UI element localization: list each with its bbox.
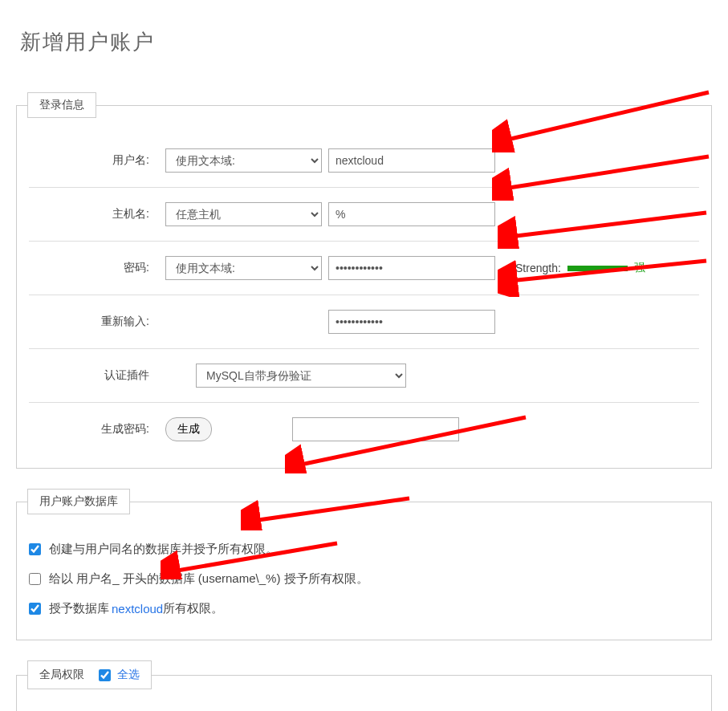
auth-row: 认证插件 MySQL自带身份验证 (29, 349, 699, 403)
global-privileges-fieldset: 全局权限 全选 注意： MySQL 权限名称会以英文显示。 数据 SELECT … (16, 660, 712, 711)
username-row: 用户名: 使用文本域: (29, 134, 699, 188)
login-info-fieldset: 登录信息 用户名: 使用文本域: 主机名: 任意主机 密码: 使用文本域: St… (16, 92, 712, 469)
db-option-wildcard[interactable]: 给以 用户名_ 开头的数据库 (username\_%) 授予所有权限。 (29, 564, 699, 594)
password-label: 密码: (33, 261, 165, 275)
db-grant-prefix: 授予数据库 (49, 601, 109, 616)
auth-label: 认证插件 (33, 368, 165, 383)
select-all-link[interactable]: 全选 (117, 668, 140, 682)
retype-row: 重新输入: (29, 295, 699, 349)
strength-text: 强 (634, 261, 645, 275)
generate-row: 生成密码: 生成 (29, 403, 699, 456)
username-mode-select[interactable]: 使用文本域: (165, 148, 322, 173)
strength-bar (567, 266, 628, 271)
strength-label: Strength: (515, 262, 561, 274)
retype-input[interactable] (328, 310, 495, 334)
generate-label: 生成密码: (33, 422, 165, 437)
generated-password-input[interactable] (292, 417, 459, 441)
db-grant-link[interactable]: nextcloud (112, 602, 163, 616)
db-option-create-same[interactable]: 创建与用户同名的数据库并授予所有权限。 (29, 534, 699, 564)
db-wildcard-checkbox[interactable] (29, 573, 41, 585)
hostname-label: 主机名: (33, 207, 165, 221)
password-mode-select[interactable]: 使用文本域: (165, 256, 322, 280)
db-grant-checkbox[interactable] (29, 603, 41, 615)
auth-plugin-select[interactable]: MySQL自带身份验证 (196, 364, 406, 388)
username-label: 用户名: (33, 153, 165, 168)
db-create-same-checkbox[interactable] (29, 543, 41, 555)
hostname-input[interactable] (328, 202, 495, 226)
db-create-same-text: 创建与用户同名的数据库并授予所有权限。 (49, 542, 278, 557)
username-input[interactable] (328, 148, 495, 173)
login-legend: 登录信息 (27, 92, 96, 118)
database-legend: 用户账户数据库 (27, 489, 130, 514)
hostname-row: 主机名: 任意主机 (29, 188, 699, 242)
hostname-mode-select[interactable]: 任意主机 (165, 202, 322, 226)
db-grant-suffix: 所有权限。 (163, 601, 223, 616)
generate-button[interactable]: 生成 (165, 417, 212, 441)
password-row: 密码: 使用文本域: Strength: 强 (29, 242, 699, 295)
password-input[interactable] (328, 256, 495, 280)
global-legend-text: 全局权限 (39, 668, 84, 682)
select-all-checkbox[interactable] (99, 669, 111, 681)
retype-label: 重新输入: (33, 315, 165, 329)
db-option-grant[interactable]: 授予数据库 nextcloud 所有权限。 (29, 594, 699, 624)
page-title: 新增用户账户 (20, 28, 712, 56)
database-fieldset: 用户账户数据库 创建与用户同名的数据库并授予所有权限。 给以 用户名_ 开头的数… (16, 489, 712, 640)
global-legend: 全局权限 全选 (27, 660, 152, 689)
password-strength: Strength: 强 (515, 261, 645, 275)
db-wildcard-text: 给以 用户名_ 开头的数据库 (username\_%) 授予所有权限。 (49, 571, 368, 587)
